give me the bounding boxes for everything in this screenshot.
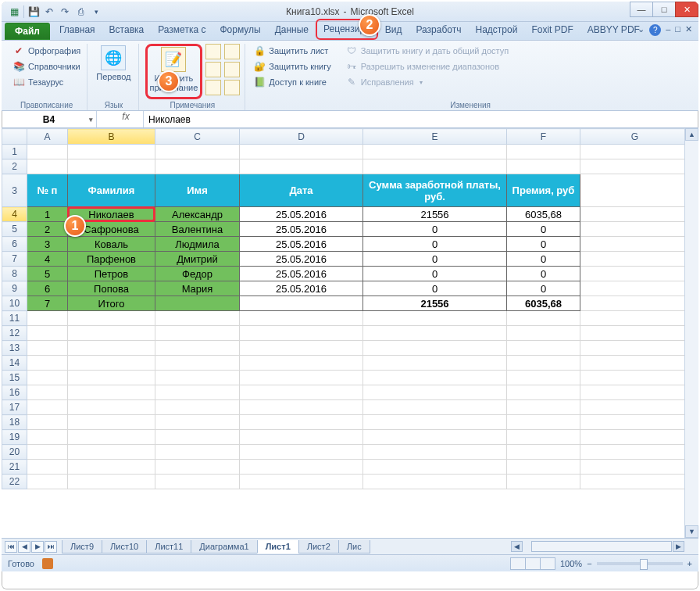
col-header[interactable]: E [363,129,507,145]
show-comment-button[interactable] [224,44,240,59]
row-header[interactable]: 8 [2,267,27,281]
doc-min-icon[interactable]: – [666,24,670,36]
doc-close-icon[interactable]: ✕ [685,24,692,36]
filename: Книга10.xlsx [286,6,339,17]
undo-icon[interactable]: ↶ [43,5,55,18]
minimize-button[interactable]: — [630,2,653,17]
row-header[interactable]: 9 [2,281,27,296]
row-header[interactable]: 21 [2,460,27,475]
tab-addins[interactable]: Надстрой [469,20,525,40]
worksheet-grid[interactable]: ABCDEFG123№ пФамилияИмяДатаСумма заработ… [2,128,698,538]
sheet-tab[interactable]: Лист10 [102,540,147,553]
row-header[interactable]: 2 [2,159,27,174]
show-ink-button[interactable] [224,80,240,95]
sheet-tab[interactable]: Лист2 [298,540,339,553]
protect-share-button[interactable]: 🛡Защитить книгу и дать общий доступ [344,44,510,58]
view-mode-buttons[interactable] [511,557,555,570]
row-header[interactable]: 16 [2,385,27,400]
row-header[interactable]: 20 [2,445,27,460]
qat-more-icon[interactable]: ▾ [90,5,102,18]
col-header[interactable]: A [27,129,68,145]
zoom-out-button[interactable]: − [587,559,591,568]
sheet-tab[interactable]: Лист11 [146,540,191,553]
tab-developer[interactable]: Разработч [409,20,468,40]
scroll-up-button[interactable]: ▲ [685,128,698,141]
name-box[interactable]: B4▾ [2,111,97,127]
row-header[interactable]: 6 [2,237,27,252]
close-button[interactable]: ✕ [675,2,698,17]
row-header[interactable]: 19 [2,430,27,445]
sheet-next-icon[interactable]: ▶ [31,541,44,553]
delete-comment-button[interactable] [205,44,221,59]
next-comment-button[interactable] [205,80,221,95]
prev-comment-button[interactable] [205,62,221,77]
row-header[interactable]: 14 [2,356,27,371]
row-header[interactable]: 13 [2,341,27,356]
row-header[interactable]: 15 [2,371,27,385]
row-header[interactable]: 7 [2,252,27,267]
zoom-in-button[interactable]: + [688,559,692,568]
doc-max-icon[interactable]: □ [675,24,680,36]
col-header[interactable]: F [507,129,580,145]
horizontal-scrollbar[interactable]: ◀ ▶ [511,541,684,552]
table-cell: Дмитрий [155,252,240,267]
scroll-down-button[interactable]: ▼ [685,525,698,538]
redo-icon[interactable]: ↷ [59,5,71,18]
row-header[interactable]: 10 [2,296,27,311]
sheet-tab[interactable]: Лис [338,540,370,553]
macro-record-icon[interactable] [42,558,53,569]
sheet-prev-icon[interactable]: ◀ [18,541,30,553]
maximize-button[interactable]: □ [652,2,676,17]
protect-book-button[interactable]: 🔐Защитить книгу [252,59,333,73]
sheet-tab[interactable]: Лист9 [62,540,102,553]
col-header[interactable]: D [240,129,363,145]
tab-file[interactable]: Файл [5,23,50,40]
formula-input[interactable]: Николаев [144,114,698,125]
row-header[interactable]: 17 [2,400,27,415]
tab-home[interactable]: Главная [52,20,102,40]
save-icon[interactable]: 💾 [27,5,40,18]
share-book-button[interactable]: 📗Доступ к книге [252,75,333,89]
col-header[interactable]: G [580,129,690,145]
tab-foxit[interactable]: Foxit PDF [524,20,580,40]
fx-icon[interactable]: fx [113,111,138,127]
zoom-slider[interactable] [597,562,683,565]
vertical-scrollbar[interactable]: ▲ ▼ [684,128,698,538]
sheet-first-icon[interactable]: ⏮ [5,541,17,553]
namebox-dropdown-icon[interactable]: ▾ [89,116,93,124]
tab-formulas[interactable]: Формулы [212,20,267,40]
row-header[interactable]: 4 [2,207,27,222]
print-icon[interactable]: ⎙ [74,5,87,18]
col-header[interactable]: B [68,129,155,145]
tab-abbyy[interactable]: ABBYY PDF [580,20,647,40]
row-header[interactable]: 5 [2,222,27,237]
research-button[interactable]: 📚Справочники [11,59,82,73]
row-header[interactable]: 1 [2,145,27,159]
track-changes-button[interactable]: ✎Исправления▾ [344,75,510,89]
row-header[interactable]: 11 [2,311,27,326]
row-header[interactable]: 22 [2,475,27,489]
col-header[interactable]: C [155,129,240,145]
allow-ranges-button[interactable]: 🗝Разрешить изменение диапазонов [344,59,510,73]
row-header[interactable]: 3 [2,174,27,207]
sheet-nav[interactable]: ⏮ ◀ ▶ ⏭ [5,541,57,553]
tab-layout[interactable]: Разметка с [151,20,212,40]
tab-insert[interactable]: Вставка [102,20,152,40]
row-header[interactable]: 18 [2,415,27,430]
spelling-button[interactable]: ✔Орфография [11,44,82,58]
thesaurus-button[interactable]: 📖Тезаурус [11,75,82,89]
show-all-comments-button[interactable] [224,62,240,77]
protect-sheet-button[interactable]: 🔒Защитить лист [252,44,333,58]
help-icon[interactable]: ? [649,24,661,36]
translate-button[interactable]: 🌐 Перевод [94,44,133,99]
table-cell: 0 [363,281,507,296]
hscroll-left-icon[interactable]: ◀ [511,541,523,552]
hscroll-right-icon[interactable]: ▶ [673,541,684,552]
sheet-tab[interactable]: Лист1 [257,540,299,553]
tab-view[interactable]: Вид [378,20,409,40]
minimize-ribbon-icon[interactable]: ⌄ [638,24,645,36]
tab-data[interactable]: Данные [268,20,316,40]
sheet-last-icon[interactable]: ⏭ [45,541,57,553]
sheet-tab[interactable]: Диаграмма1 [191,540,257,553]
row-header[interactable]: 12 [2,326,27,341]
